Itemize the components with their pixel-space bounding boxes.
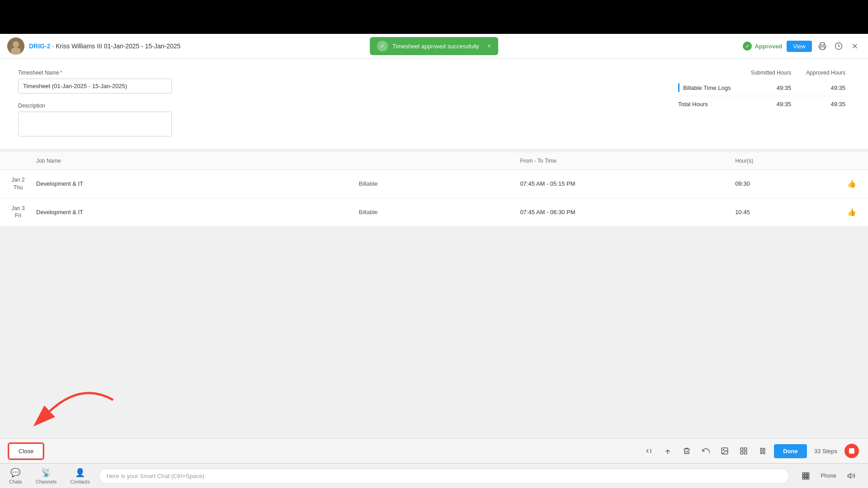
svg-marker-28 bbox=[848, 474, 851, 479]
date-col-jan3: Jan 3 Fri bbox=[0, 205, 36, 220]
header-title: DRIG-2 · Kriss Williams III 01-Jan-2025 … bbox=[29, 42, 180, 50]
row-content-1: Development & IT Billable 07:45 AM - 05:… bbox=[36, 179, 861, 188]
print-button[interactable] bbox=[816, 40, 828, 52]
svg-rect-14 bbox=[745, 448, 747, 450]
submitted-header: Submitted Hours bbox=[741, 70, 796, 76]
notification-close[interactable]: × bbox=[487, 42, 491, 50]
approved-badge: ✓ Approved bbox=[743, 42, 782, 51]
svg-rect-20 bbox=[805, 473, 807, 474]
modal-header: DRIG-2 · Kriss Williams III 01-Jan-2025 … bbox=[0, 34, 868, 59]
undo-button[interactable] bbox=[698, 444, 713, 458]
top-bar bbox=[0, 0, 868, 34]
svg-rect-23 bbox=[805, 475, 807, 477]
image-button[interactable] bbox=[717, 444, 732, 458]
svg-rect-15 bbox=[741, 452, 743, 454]
nav-items: 💬 Chats 📡 Channels 👤 Contacts bbox=[9, 468, 90, 484]
timelog-header: Job Name From - To Time Hour(s) bbox=[0, 152, 868, 170]
history-button[interactable] bbox=[833, 40, 844, 52]
svg-rect-21 bbox=[807, 473, 809, 474]
billable-submitted: 49:35 bbox=[741, 84, 796, 91]
record-icon bbox=[849, 448, 854, 454]
nav-chats[interactable]: 💬 Chats bbox=[9, 468, 22, 484]
hours-table-header: Submitted Hours Approved Hours bbox=[678, 70, 850, 76]
svg-rect-17 bbox=[761, 448, 762, 454]
approve-icon-1: 👍 bbox=[843, 179, 861, 188]
table-row: Jan 3 Fri Development & IT Billable 07:4… bbox=[0, 198, 868, 227]
svg-rect-16 bbox=[745, 452, 747, 454]
success-check-icon: ✓ bbox=[377, 41, 388, 52]
avatar bbox=[7, 38, 24, 55]
form-left: Timesheet Name* Timesheet (01-Jan-2025 -… bbox=[18, 70, 660, 138]
contacts-icon: 👤 bbox=[75, 468, 85, 478]
up-button[interactable] bbox=[660, 444, 675, 458]
notification-message: Timesheet approved successfully bbox=[392, 43, 479, 50]
bottom-toolbar: Close bbox=[0, 438, 868, 463]
svg-rect-24 bbox=[807, 475, 809, 477]
timelog-section: Job Name From - To Time Hour(s) Jan 2 Th… bbox=[0, 152, 868, 226]
approve-icon-2: 👍 bbox=[843, 208, 861, 216]
success-notification: ✓ Timesheet approved successfully × bbox=[370, 37, 498, 55]
svg-rect-3 bbox=[821, 47, 825, 50]
form-section: Timesheet Name* Timesheet (01-Jan-2025 -… bbox=[0, 59, 868, 152]
timesheet-name-input[interactable]: Timesheet (01-Jan-2025 - 15-Jan-2025) bbox=[18, 79, 172, 94]
description-input[interactable] bbox=[18, 112, 172, 136]
chats-label: Chats bbox=[9, 479, 22, 484]
modal-content: Timesheet Name* Timesheet (01-Jan-2025 -… bbox=[0, 59, 868, 438]
table-row: Jan 2 Thu Development & IT Billable 07:4… bbox=[0, 170, 868, 198]
smart-chat-input[interactable]: Here is your Smart Chat (Ctrl+Space) bbox=[99, 469, 789, 483]
svg-rect-22 bbox=[803, 475, 805, 477]
job-name-col-header: Job Name bbox=[36, 158, 359, 164]
close-btn-container: Close bbox=[9, 444, 43, 459]
status-text: Approved bbox=[755, 43, 782, 50]
approved-check-icon: ✓ bbox=[743, 42, 752, 51]
steps-badge: 33 Steps bbox=[811, 448, 841, 455]
volume-button[interactable] bbox=[844, 469, 859, 483]
hours-col-header: Hour(s) bbox=[735, 158, 843, 164]
svg-rect-19 bbox=[803, 473, 805, 474]
date-col-jan2: Jan 2 Thu bbox=[0, 176, 36, 192]
total-row: Total Hours 49:35 49:35 bbox=[678, 96, 850, 112]
blue-indicator bbox=[678, 83, 679, 92]
svg-point-2 bbox=[11, 47, 21, 55]
record-button[interactable] bbox=[844, 444, 859, 458]
toolbar-right: Done 33 Steps bbox=[641, 444, 859, 458]
pause-button[interactable] bbox=[755, 444, 770, 458]
svg-point-1 bbox=[13, 41, 19, 47]
svg-rect-27 bbox=[807, 478, 809, 479]
hours-table: Submitted Hours Approved Hours Billable … bbox=[678, 70, 850, 112]
phone-label: Phone bbox=[821, 473, 836, 479]
svg-rect-18 bbox=[764, 448, 765, 454]
channels-icon: 📡 bbox=[41, 468, 51, 478]
channels-label: Channels bbox=[36, 479, 57, 484]
view-button[interactable]: View bbox=[787, 41, 812, 52]
delete-button[interactable] bbox=[679, 444, 694, 458]
grid-button[interactable] bbox=[736, 444, 751, 458]
modal-area: DRIG-2 · Kriss Williams III 01-Jan-2025 … bbox=[0, 34, 868, 463]
description-label: Description bbox=[18, 103, 660, 109]
svg-rect-25 bbox=[803, 478, 805, 479]
header-right: ✓ Approved View bbox=[743, 40, 861, 52]
svg-point-12 bbox=[723, 449, 724, 450]
total-submitted: 49:35 bbox=[741, 101, 796, 108]
contacts-label: Contacts bbox=[70, 479, 90, 484]
billable-approved: 49:35 bbox=[796, 84, 850, 91]
close-modal-button[interactable] bbox=[849, 40, 861, 52]
timesheet-name-label: Timesheet Name* bbox=[18, 70, 660, 76]
nav-contacts[interactable]: 👤 Contacts bbox=[70, 468, 90, 484]
approved-header: Approved Hours bbox=[796, 70, 850, 76]
grid-nav-button[interactable] bbox=[798, 469, 813, 483]
nav-channels[interactable]: 📡 Channels bbox=[36, 468, 57, 484]
row-content-2: Development & IT Billable 07:45 AM - 06:… bbox=[36, 208, 861, 216]
close-button[interactable]: Close bbox=[9, 444, 43, 459]
first-page-button[interactable] bbox=[641, 444, 656, 458]
time-col-header: From - To Time bbox=[520, 158, 735, 164]
svg-rect-26 bbox=[805, 478, 807, 479]
form-right: Submitted Hours Approved Hours Billable … bbox=[678, 70, 850, 138]
done-button[interactable]: Done bbox=[774, 444, 807, 458]
nav-right: Phone bbox=[798, 469, 859, 483]
total-label: Total Hours bbox=[678, 101, 741, 108]
billable-row: Billable Time Logs 49:35 49:35 bbox=[678, 80, 850, 96]
total-approved: 49:35 bbox=[796, 101, 850, 108]
svg-rect-13 bbox=[741, 448, 743, 450]
billable-label: Billable Time Logs bbox=[678, 83, 741, 92]
